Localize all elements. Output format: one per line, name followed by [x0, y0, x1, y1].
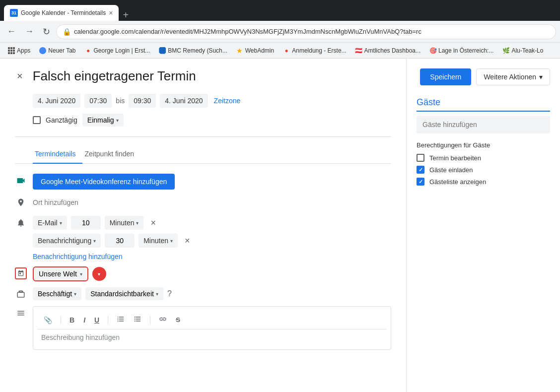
bookmark-alu[interactable]: 🌿 Alu-Teak-Lo [498, 46, 547, 56]
toolbar-sep-2 [108, 316, 108, 324]
location-input[interactable] [33, 196, 391, 210]
guests-section: Gäste Berechtigungen für Gäste Termin be… [417, 97, 550, 186]
back-button[interactable]: ← [4, 24, 19, 39]
datetime-row: 4. Juni 2020 07:30 bis 09:30 4. Juni 202… [15, 94, 391, 108]
permission-edit-label: Termin bearbeiten [429, 154, 481, 162]
guests-title: Gäste [417, 97, 550, 112]
bookmark-neuer-tab[interactable]: Neuer Tab [35, 46, 79, 56]
visibility-arrow: ▾ [156, 291, 158, 297]
bookmark-george[interactable]: ● George Login | Erst... [81, 46, 154, 56]
nav-bar: ← → ↻ 🔒 calendar.google.com/calendar/r/e… [0, 21, 560, 43]
checkmark-icon: ✓ [419, 167, 423, 173]
location-row [15, 196, 391, 210]
permission-invite-checkbox[interactable]: ✓ [417, 166, 424, 174]
bookmark-apps[interactable]: Apps [4, 46, 34, 56]
permission-guestlist-label: Gästeliste anzeigen [429, 178, 486, 186]
status-label: Beschäftigt [38, 290, 72, 298]
notif-1-remove-button[interactable]: × [147, 217, 159, 229]
calendar-color-button[interactable]: ▾ [92, 267, 106, 281]
unordered-list-button[interactable] [131, 314, 144, 326]
alu-icon: 🌿 [502, 47, 509, 54]
recurrence-arrow: ▾ [116, 118, 119, 123]
tab-close-button[interactable]: × [109, 9, 113, 17]
add-notification-link[interactable]: Benachrichtigung hinzufügen [33, 253, 391, 261]
notif-2-value-input[interactable] [105, 234, 135, 248]
notif-1-value-input[interactable] [71, 216, 101, 230]
notif-1-type-label: E-Mail [38, 219, 58, 227]
tab-termindetails[interactable]: Termindetails [33, 145, 82, 164]
calendar-icon [15, 267, 27, 279]
notifications-container: E-Mail ▾ Minuten ▾ × Benachrichtigung ▾ [33, 216, 391, 261]
color-dropdown-arrow: ▾ [98, 271, 100, 277]
guests-input[interactable] [417, 116, 550, 133]
neuer-tab-icon [39, 47, 46, 54]
close-button[interactable]: × [15, 68, 25, 84]
browser-chrome: 31 Google Kalender - Termindetails × + [0, 0, 560, 21]
tab-zeitpunkt[interactable]: Zeitpunkt finden [82, 145, 141, 164]
strikethrough-button[interactable]: S [173, 315, 183, 325]
description-row: 📎 B I U [15, 306, 391, 350]
start-date-picker[interactable]: 4. Juni 2020 [33, 94, 80, 108]
calendar-dropdown[interactable]: Unsere Welt ▾ [33, 266, 88, 281]
reload-button[interactable]: ↻ [40, 24, 53, 39]
recurrence-label: Einmalig [87, 116, 114, 124]
bookmark-bmc-label: BMC Remedy (Such... [168, 47, 227, 54]
anmeldung-icon: ● [283, 47, 290, 54]
start-time-picker[interactable]: 07:30 [84, 94, 112, 108]
permission-guestlist-checkbox[interactable]: ✓ [417, 178, 424, 186]
amtliches-icon: 🇦🇹 [355, 47, 362, 54]
time-separator: bis [116, 97, 125, 105]
toolbar-sep-1 [61, 316, 61, 324]
underline-button[interactable]: U [92, 315, 102, 326]
address-bar[interactable]: 🔒 calendar.google.com/calendar/r/evented… [56, 24, 556, 39]
notif-1-type-dropdown[interactable]: E-Mail ▾ [33, 216, 67, 230]
attach-button[interactable]: 📎 [41, 315, 55, 326]
notif-1-unit-label: Minuten [110, 219, 135, 227]
permission-edit-checkbox[interactable] [417, 154, 424, 162]
description-area[interactable]: 📎 B I U [33, 306, 391, 350]
active-tab[interactable]: 31 Google Kalender - Termindetails × [4, 5, 119, 21]
new-tab-button[interactable]: + [119, 9, 133, 21]
bold-button[interactable]: B [67, 315, 77, 326]
visibility-label: Standardsichtbarkeit [90, 290, 154, 298]
briefcase-icon [15, 288, 27, 300]
main-layout: × Falsch eingetragener Termin 4. Juni 20… [0, 59, 560, 392]
bmc-icon [159, 47, 166, 54]
forward-button[interactable]: → [22, 24, 37, 39]
editor-toolbar: 📎 B I U [37, 311, 387, 329]
ordered-list-button[interactable] [114, 314, 127, 326]
notif-2-remove-button[interactable]: × [182, 235, 193, 247]
bookmark-bmc[interactable]: BMC Remedy (Such... [155, 46, 231, 56]
url-text: calendar.google.com/calendar/r/eventedit… [74, 28, 550, 35]
notif-1-unit-dropdown[interactable]: Minuten ▾ [105, 216, 144, 230]
status-row: Beschäftigt ▾ Standardsichtbarkeit ▾ ? [15, 287, 391, 300]
tab-label: Google Kalender - Termindetails [21, 9, 106, 16]
recurrence-dropdown[interactable]: Einmalig ▾ [82, 114, 124, 127]
bookmark-amtliches[interactable]: 🇦🇹 Amtliches Dashboa... [351, 46, 424, 56]
bookmark-lage[interactable]: 🎯 Lage in Österreich:... [425, 46, 497, 56]
bookmark-webadmin-label: WebAdmin [245, 47, 274, 54]
end-time-picker[interactable]: 09:30 [129, 94, 156, 108]
header-divider [15, 136, 391, 137]
notif-2-type-dropdown[interactable]: Benachrichtigung ▾ [33, 234, 101, 248]
lock-icon: 🔒 [63, 28, 71, 36]
italic-button[interactable]: I [81, 315, 88, 326]
link-button[interactable] [156, 314, 169, 326]
end-date-picker[interactable]: 4. Juni 2020 [160, 94, 208, 108]
more-actions-button[interactable]: Weitere Aktionen ▾ [476, 68, 550, 85]
help-icon[interactable]: ? [167, 289, 172, 298]
bookmark-anmeldung[interactable]: ● Anmeldung - Erste... [279, 46, 350, 56]
meet-button[interactable]: Google Meet-Videokonferenz hinzufügen [33, 174, 175, 190]
right-panel: Speichern Weitere Aktionen ▾ Gäste Berec… [406, 59, 560, 392]
description-placeholder[interactable]: Beschreibung hinzufügen [37, 329, 387, 345]
save-button[interactable]: Speichern [420, 68, 471, 85]
status-dropdown[interactable]: Beschäftigt ▾ [33, 287, 81, 300]
content-area: × Falsch eingetragener Termin 4. Juni 20… [0, 59, 406, 392]
permissions-label: Berechtigungen für Gäste [417, 141, 550, 149]
bookmark-webadmin[interactable]: ★ WebAdmin [232, 46, 278, 56]
visibility-dropdown[interactable]: Standardsichtbarkeit ▾ [85, 287, 163, 300]
allday-checkbox[interactable] [33, 116, 41, 124]
notif-2-unit-dropdown[interactable]: Minuten ▾ [139, 234, 178, 248]
permission-show-guestlist: ✓ Gästeliste anzeigen [417, 178, 550, 186]
timezone-link[interactable]: Zeitzone [214, 97, 241, 105]
